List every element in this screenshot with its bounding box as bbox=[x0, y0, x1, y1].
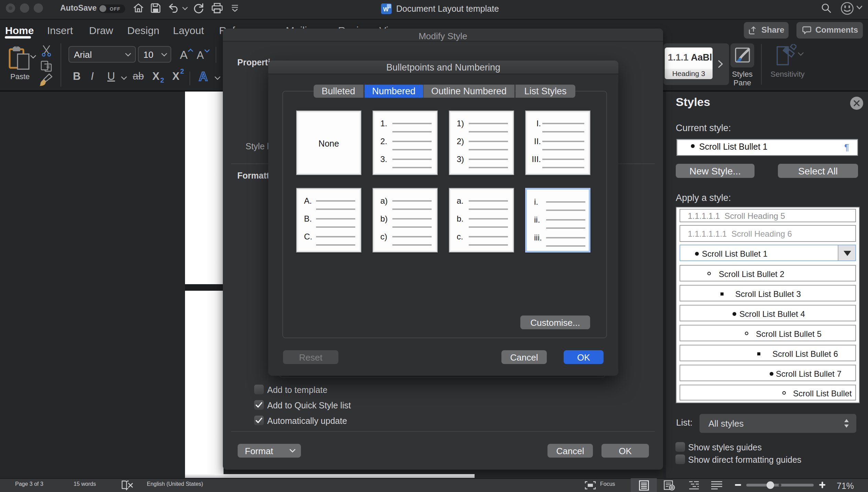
svg-text:W: W bbox=[383, 6, 389, 13]
